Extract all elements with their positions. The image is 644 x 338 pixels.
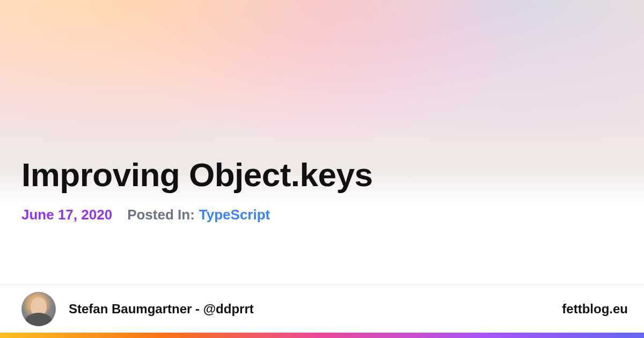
avatar — [21, 292, 56, 326]
footer-bar: Stefan Baumgartner - @ddprrt fettblog.eu — [0, 284, 644, 333]
posted-in: Posted In: TypeScript — [127, 207, 270, 223]
post-meta: June 17, 2020 Posted In: TypeScript — [21, 207, 373, 223]
post-title: Improving Object.keys — [21, 156, 373, 194]
post-header: Improving Object.keys June 17, 2020 Post… — [21, 156, 373, 223]
category-link[interactable]: TypeScript — [199, 207, 270, 223]
posted-in-label: Posted In: — [127, 207, 195, 223]
site-name: fettblog.eu — [562, 302, 628, 317]
post-date: June 17, 2020 — [21, 207, 112, 223]
author-name: Stefan Baumgartner - @ddprrt — [69, 302, 254, 317]
author-block: Stefan Baumgartner - @ddprrt — [21, 292, 254, 326]
accent-stripe — [0, 333, 644, 338]
